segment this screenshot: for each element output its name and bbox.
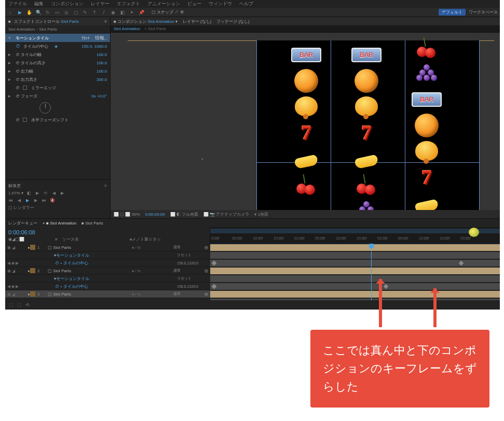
camera-tool-icon[interactable]: ▭	[54, 9, 60, 16]
bar-symbol: BAR	[291, 48, 321, 62]
time-ruler[interactable]: 0:00f 05:00f 10:00f 15:00f 01:00f 05:00f…	[210, 227, 500, 244]
timeline-footer: ⬚ ⬚ ⟲	[5, 300, 500, 310]
arrow-icon	[379, 279, 382, 327]
prop-output-height[interactable]: ▸⏱ 出力高さ300.0	[5, 75, 110, 83]
prop-phase[interactable]: ▸⏱ フェーズ0x +0.0°	[5, 92, 110, 100]
zoom-dropdown[interactable]: ⬜ ▢ ⬜ 50%	[114, 212, 140, 217]
layer-list: ◉ ◢▸1▢ Slot Parts♠ / fx通常◎ ▾モーションタイルリセット…	[5, 244, 210, 300]
rotate-tool-icon[interactable]: ↻	[45, 9, 51, 16]
layer-fx-row[interactable]: ▾モーションタイルリセット	[5, 275, 210, 283]
toggle-switches-icon[interactable]: ⬚	[8, 302, 13, 307]
search-help[interactable]: ワークスペース	[469, 9, 498, 15]
layer-fx-row[interactable]: ▾モーションタイルリセット	[5, 251, 210, 259]
bell-symbol	[295, 96, 318, 116]
orange-symbol	[294, 69, 318, 93]
callout-text: ここでは真ん中と下のコンポジションのキーフレームをずらした	[310, 330, 489, 408]
brush-tool-icon[interactable]: /	[101, 9, 107, 16]
aspect-dropdown[interactable]: 1.67% ▾	[8, 191, 23, 195]
resolution-dropdown[interactable]: ⬜ ◐ フル画質	[170, 212, 198, 217]
roto-tool-icon[interactable]: ✦	[129, 9, 135, 16]
layer-prop-row[interactable]: ◀ ◆ ▶⏱ ▸ タイルの中心150.0,1320.0	[5, 259, 210, 267]
effects-tab[interactable]: エフェクトコントロール Slot Parts	[14, 19, 79, 24]
annotation-callout: ここでは真ん中と下のコンポジションのキーフレームをずらした	[310, 317, 489, 395]
effect-header[interactable]: ▾モーションタイル ﾘｾｯﾄ情報..	[5, 34, 110, 42]
comp-tab[interactable]: ■ コンポジション Slot Animation ▾	[114, 19, 178, 24]
play-icon[interactable]: ⏮	[8, 198, 13, 203]
zoom-tool-icon[interactable]: 🔍	[35, 9, 42, 16]
timecode[interactable]: 0:00:06:08	[5, 227, 210, 235]
timeline-tab-anim[interactable]: × ■ Slot Animation	[43, 221, 76, 226]
anchor-icon: ◦	[201, 156, 203, 162]
timeline-tab-parts[interactable]: ■ Slot Parts	[81, 221, 103, 226]
hand-tool-icon[interactable]: ✋	[26, 9, 32, 16]
col-idx: #	[55, 237, 62, 242]
prop-tile-center[interactable]: ⏱タイルの中心◈150.0, 1080.0	[5, 42, 110, 50]
prop-h-phase-shift[interactable]: ⏱水平フェーズシフト	[5, 116, 110, 124]
playhead[interactable]	[371, 244, 372, 300]
footage-tab[interactable]: フッテージ (なし)	[216, 19, 250, 24]
work-area-end-icon[interactable]	[469, 228, 479, 237]
menu-view[interactable]: ビュー	[187, 1, 201, 7]
menu-bar: ファイル 編集 コンポジション レイヤー エフェクト アニメーション ビュー ウ…	[5, 0, 500, 8]
menu-composition[interactable]: コンポジション	[51, 1, 84, 7]
layer-tab[interactable]: レイヤー (なし)	[183, 19, 212, 24]
pen-tool-icon[interactable]: ✎	[82, 9, 88, 16]
render-queue-tab[interactable]: レンダーキュー	[8, 220, 37, 226]
snap-label[interactable]: スナップ	[157, 10, 173, 15]
col-source: ソース名	[62, 236, 130, 242]
prop-tile-width[interactable]: ▸⏱ タイルの幅100.0	[5, 50, 110, 59]
col-av: ◉◢▢⬜	[8, 237, 55, 242]
preview-settings: 解像度≡ 1.67% ▾◧▶⟲◀▶ ⏮◀▶▶⏭🔇 ▢ レンダラー	[5, 179, 110, 218]
banana-symbol	[294, 148, 319, 169]
clone-tool-icon[interactable]: ◉	[110, 9, 116, 16]
reel-3: BAR 7	[406, 35, 447, 210]
timeline-panel: レンダーキュー × ■ Slot Animation ■ Slot Parts …	[5, 218, 500, 310]
prop-output-width[interactable]: ▸⏱ 出力幅100.0	[5, 67, 110, 75]
renderer-label: ▢ レンダラー	[8, 205, 34, 210]
prop-tile-height[interactable]: ▸⏱ タイルの高さ100.0	[5, 59, 110, 67]
app-window: ファイル 編集 コンポジション レイヤー エフェクト アニメーション ビュー ウ…	[5, 0, 500, 310]
layer-row[interactable]: ◉ ◢▸2▢ Slot Parts♠ / fx通常◎	[5, 267, 210, 275]
menu-edit[interactable]: 編集	[34, 1, 44, 7]
effects-panel: ■ エフェクトコントロール Slot Parts ≡ Slot Animatio…	[5, 17, 111, 218]
layer-prop-row[interactable]: ◀ ◆ ▶⏱ ▸ タイルの中心150.0,1320.0	[5, 283, 210, 290]
selection-tool-icon[interactable]: ▶	[17, 9, 23, 16]
viewer-footer: ⬜ ▢ ⬜ 50% 0:00:04:09 ⬜ ◐ フル画質 ⬜ 📷 アクティブカ…	[111, 210, 500, 218]
seven-symbol: 7	[291, 120, 321, 145]
workspace-button[interactable]: デフォルト	[439, 9, 466, 16]
shape-tool-icon[interactable]: ▢	[73, 9, 79, 16]
arrow-icon	[433, 288, 437, 327]
layer-row[interactable]: ◉ ◢▸1▢ Slot Parts♠ / fx通常◎	[5, 244, 210, 251]
puppet-tool-icon[interactable]: 📌	[138, 9, 144, 16]
reel-1: BAR 7	[285, 43, 327, 197]
effects-breadcrumb: Slot Animation・Slot Parts	[5, 25, 110, 33]
pan-behind-tool-icon[interactable]: ◎	[63, 9, 70, 16]
menu-file[interactable]: ファイル	[8, 1, 27, 7]
col-switches: ♠メノト単☆タッ	[130, 236, 207, 242]
layer-row[interactable]: ◉ ◢▸3▢ Slot Parts♠ / fx通常◎	[5, 290, 210, 298]
reel-2: BAR 7	[346, 43, 387, 210]
view-layout-dropdown[interactable]: ▾ 1画面	[254, 212, 268, 217]
type-tool-icon[interactable]: T	[91, 9, 98, 16]
home-icon[interactable]: ⌂	[7, 9, 13, 16]
track-area[interactable]	[210, 244, 500, 300]
tool-bar: ⌂ ▶ ✋ 🔍 ↻ ▭ ◎ ▢ ✎ T / ◉ ◧ ✦ 📌 ▢ スナップ ↗ ⚙…	[5, 8, 500, 17]
composition-canvas: BAR 7 BAR 7	[256, 40, 480, 210]
menu-help[interactable]: ヘルプ	[239, 1, 253, 7]
canvas-area[interactable]: BAR 7 BAR 7	[111, 33, 500, 210]
prop-mirror-edges[interactable]: ⏱ミラーエッジ	[5, 83, 110, 92]
subtab-anim[interactable]: Slot Animation	[114, 26, 140, 31]
menu-animation[interactable]: アニメーション	[147, 1, 180, 7]
phase-clock[interactable]	[5, 100, 110, 116]
cherry-symbol	[291, 172, 321, 197]
composition-viewer: ■ コンポジション Slot Animation ▾ レイヤー (なし) フッテ…	[111, 17, 500, 218]
current-time[interactable]: 0:00:04:09	[145, 212, 165, 217]
menu-layer[interactable]: レイヤー	[91, 1, 110, 7]
eraser-tool-icon[interactable]: ◧	[119, 9, 126, 16]
subtab-parts[interactable]: < Slot Parts	[144, 26, 166, 31]
camera-dropdown[interactable]: ⬜ 📷 アクティブカメラ	[203, 212, 249, 217]
menu-window[interactable]: ウィンドウ	[209, 1, 232, 7]
grape-symbol	[355, 199, 378, 210]
menu-effect[interactable]: エフェクト	[117, 1, 140, 7]
project-tab[interactable]: ■	[8, 19, 11, 24]
